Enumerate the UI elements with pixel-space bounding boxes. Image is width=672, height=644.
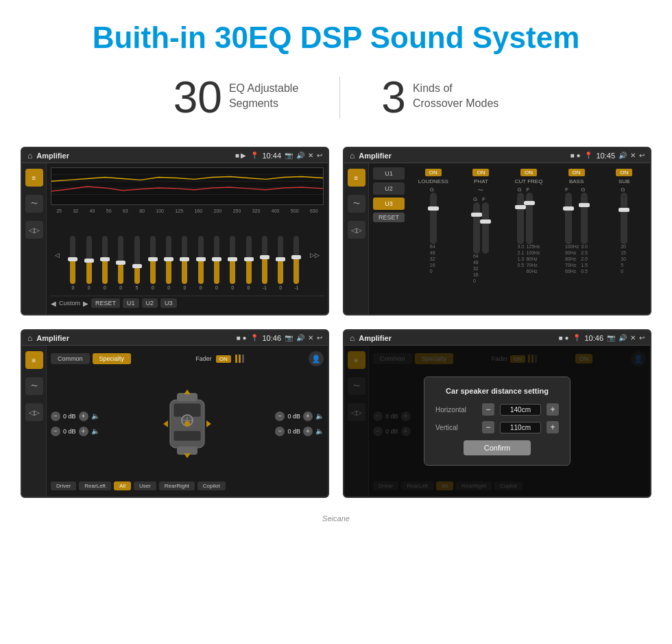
dialog-vertical-label: Vertical [435, 424, 477, 431]
cutfreq-sliders: G 3.02.11.30.5 F 125Hz100Hz80Hz70Hz60Hz [517, 187, 540, 274]
eq-sidebar-eq[interactable]: ≡ [25, 169, 43, 187]
bass-on[interactable]: ON [568, 169, 585, 176]
scroll-left-icon[interactable]: ◁ [55, 252, 60, 259]
spk-user[interactable]: User [134, 481, 156, 490]
eq-content: ≡ 〜 ◁▷ [22, 163, 328, 314]
eq-reset-btn[interactable]: RESET [91, 298, 120, 308]
crossover-icons: ■ ● [571, 152, 581, 159]
vertical-plus-btn[interactable]: + [547, 421, 559, 433]
cutfreq-on[interactable]: ON [520, 169, 537, 176]
crossover-sidebar-vol[interactable]: ◁▷ [348, 221, 365, 239]
eq-topbar-right: 📍 10:44 📷 🔊 ✕ ↩ [250, 152, 322, 160]
home-icon-4[interactable]: ⌂ [350, 333, 355, 343]
fader-bars [235, 355, 244, 363]
crossover-title: Amplifier [359, 152, 566, 160]
spk-copilot[interactable]: Copilot [197, 481, 226, 490]
crossover-reset[interactable]: RESET [373, 213, 405, 222]
scroll-right-icon[interactable]: ▷▷ [310, 252, 320, 259]
eq-screen: ⌂ Amplifier ■ ▶ 📍 10:44 📷 🔊 ✕ ↩ ≡ 〜 ◁▷ [21, 147, 329, 315]
vol-bl-value: 0 dB [63, 428, 76, 435]
speaker-icon-tr: 🔈 [315, 412, 324, 420]
vol-tr-minus[interactable]: − [275, 412, 285, 421]
eq-sidebar-vol[interactable]: ◁▷ [25, 221, 43, 239]
vertical-minus-btn[interactable]: − [482, 421, 494, 433]
location-icon-3: 📍 [250, 334, 259, 342]
spk-driver[interactable]: Driver [51, 481, 76, 490]
confirm-button[interactable]: Confirm [464, 440, 531, 455]
dialog-screen-content: ≡ 〜 ◁▷ Common Specialty Fader ON [344, 346, 650, 497]
dialog-topbar-right: 📍 10:46 📷 🔊 ✕ ↩ [573, 334, 645, 342]
x-icon-3[interactable]: ✕ [308, 334, 313, 342]
eq-u2-btn[interactable]: U2 [142, 298, 158, 308]
car-diagram-center [102, 373, 273, 474]
x-icon-4[interactable]: ✕ [630, 334, 636, 342]
sub-on[interactable]: ON [616, 169, 632, 176]
vol-tl-plus[interactable]: + [79, 412, 88, 421]
x-icon[interactable]: ✕ [308, 152, 313, 159]
vol-tr-plus[interactable]: + [303, 412, 313, 421]
tab-common[interactable]: Common [51, 353, 90, 364]
vol-br-minus[interactable]: − [275, 427, 285, 436]
vol-br-value: 0 dB [287, 428, 300, 435]
preset-u2[interactable]: U2 [373, 182, 405, 195]
crossover-sidebar-wave[interactable]: 〜 [348, 195, 365, 213]
vol-tl-minus[interactable]: − [51, 412, 60, 421]
specialty-sidebar-eq[interactable]: ≡ [25, 351, 43, 369]
specialty-sidebar: ≡ 〜 ◁▷ [22, 346, 47, 497]
eq-u3-btn[interactable]: U3 [160, 298, 177, 308]
eq-sidebar-wave[interactable]: 〜 [25, 195, 43, 213]
speaker-btns: Driver RearLeft All User RearRight Copil… [51, 479, 324, 492]
eq-next-icon[interactable]: ▶ [83, 300, 88, 307]
person-icon[interactable]: 👤 [309, 351, 324, 366]
preset-u1[interactable]: U1 [373, 167, 405, 180]
vol-br-plus[interactable]: + [303, 427, 313, 436]
stat-eq: 30 EQ AdjustableSegments [132, 75, 340, 119]
watermark: Seicane [0, 512, 672, 528]
specialty-sidebar-wave[interactable]: 〜 [25, 377, 43, 395]
phat-on[interactable]: ON [472, 169, 489, 176]
dialog-icons: ■ ● [559, 334, 569, 342]
fader-on[interactable]: ON [216, 355, 231, 363]
vol-icon: 🔊 [296, 152, 304, 159]
back-icon-3[interactable]: ↩ [317, 334, 322, 342]
loudness-on[interactable]: ON [425, 169, 442, 176]
camera-icon-4: 📷 [607, 334, 615, 342]
dialog-screen-title: Amplifier [359, 334, 554, 342]
eq-slider-3: 0 [118, 236, 123, 290]
vol-top-left: − 0 dB + 🔈 [51, 412, 99, 421]
horizontal-plus-btn[interactable]: + [547, 403, 559, 416]
vol-tr-value: 0 dB [287, 413, 300, 420]
location-icon-2: 📍 [584, 152, 592, 159]
tab-specialty[interactable]: Specialty [93, 353, 132, 364]
home-icon-3[interactable]: ⌂ [27, 333, 32, 343]
crossover-topbar: ⌂ Amplifier ■ ● 📍 10:45 🔊 ✕ ↩ [344, 148, 650, 163]
spk-rearright[interactable]: RearRight [159, 481, 195, 490]
home-icon-2[interactable]: ⌂ [350, 151, 355, 160]
vol-bl-minus[interactable]: − [51, 427, 60, 436]
crossover-time: 10:45 [596, 152, 615, 160]
eq-slider-5: 0 [150, 236, 156, 290]
home-icon[interactable]: ⌂ [27, 151, 32, 160]
horizontal-minus-btn[interactable]: − [482, 403, 494, 416]
specialty-main: Common Specialty Fader ON 👤 [47, 346, 328, 497]
spk-all[interactable]: All [114, 481, 131, 490]
back-icon-2[interactable]: ↩ [639, 152, 645, 159]
eq-bottom-bar: ◀ Custom ▶ RESET U1 U2 U3 [51, 296, 324, 310]
eq-prev-icon[interactable]: ◀ [51, 300, 56, 307]
stat-eq-label: EQ AdjustableSegments [229, 75, 298, 112]
crossover-sidebar-eq[interactable]: ≡ [348, 169, 365, 187]
stats-row: 30 EQ AdjustableSegments 3 Kinds ofCross… [0, 62, 672, 140]
preset-u3[interactable]: U3 [373, 198, 405, 210]
x-icon-2[interactable]: ✕ [630, 152, 636, 159]
eq-slider-13: 0 [278, 236, 283, 290]
eq-time: 10:44 [262, 152, 281, 160]
vol-bl-plus[interactable]: + [79, 427, 88, 436]
eq-u1-btn[interactable]: U1 [123, 298, 139, 308]
spk-rearleft[interactable]: RearLeft [79, 481, 111, 490]
specialty-dialog-screen: ⌂ Amplifier ■ ● 📍 10:46 📷 🔊 ✕ ↩ ≡ 〜 ◁▷ [343, 329, 651, 498]
fader-label: Fader [195, 355, 212, 362]
specialty-body: − 0 dB + 🔈 − 0 dB + 🔈 [51, 370, 324, 477]
specialty-sidebar-vol[interactable]: ◁▷ [25, 403, 43, 421]
back-icon-4[interactable]: ↩ [639, 334, 645, 342]
back-icon[interactable]: ↩ [317, 152, 322, 159]
